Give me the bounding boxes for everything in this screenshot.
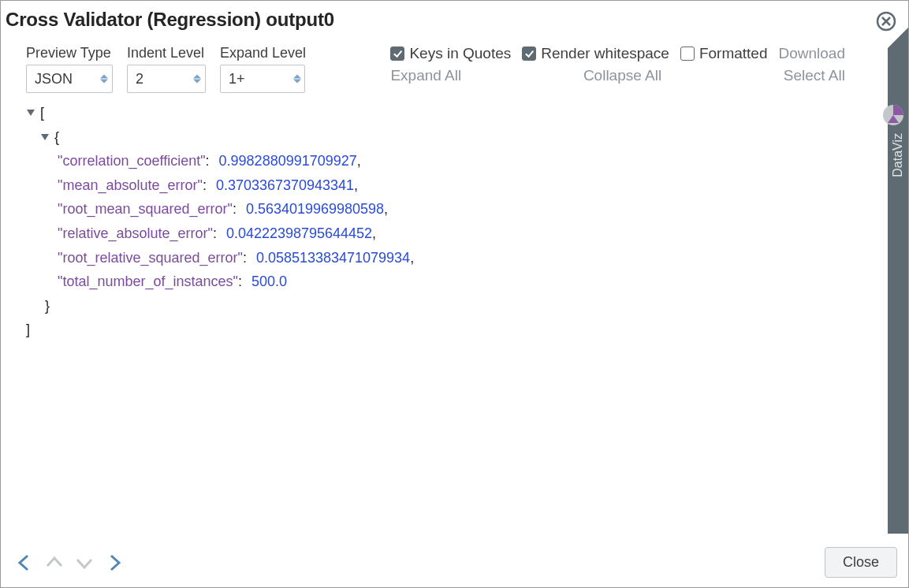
download-link[interactable]: Download: [779, 45, 846, 62]
json-open-brace: {: [54, 125, 59, 150]
json-entry: "total_number_of_instances": 500.0: [26, 270, 908, 294]
preview-type-select[interactable]: JSON: [26, 65, 113, 93]
json-entry: "mean_absolute_error": 0.370336737094334…: [26, 173, 908, 198]
json-entry: "relative_absolute_error": 0.04222398795…: [26, 221, 908, 246]
next-arrow-icon[interactable]: [102, 550, 127, 575]
close-button[interactable]: Close: [825, 547, 897, 578]
json-open-bracket: [: [40, 101, 44, 125]
chevron-down-icon[interactable]: [26, 109, 39, 117]
expand-all-link[interactable]: Expand All: [390, 67, 461, 84]
preview-type-label: Preview Type: [26, 45, 113, 61]
indent-level-select[interactable]: 2: [127, 65, 206, 93]
dialog-title: Cross Validator (Regression) output0: [6, 9, 334, 31]
toolbar: Preview Type JSON Indent Level 2 Expand …: [1, 37, 908, 99]
json-viewer[interactable]: [ { "correlation_coefficient": 0.9982880…: [1, 99, 908, 539]
json-entry: "root_relative_squared_error": 0.0585133…: [26, 246, 908, 270]
prev-arrow-icon[interactable]: [12, 550, 37, 575]
output-dialog: Cross Validator (Regression) output0 Pre…: [1, 1, 908, 587]
keys-in-quotes-checkbox[interactable]: Keys in Quotes: [390, 45, 511, 62]
json-entry: "correlation_coefficient": 0.99828809917…: [26, 149, 908, 173]
json-entry: "root_mean_squared_error": 0.56340199699…: [26, 197, 908, 221]
json-close-brace: }: [45, 294, 50, 318]
render-whitespace-checkbox[interactable]: Render whitespace: [522, 45, 669, 62]
dataviz-side-tab[interactable]: DataViz: [888, 48, 908, 534]
formatted-checkbox[interactable]: Formatted: [680, 45, 768, 62]
expand-level-select[interactable]: 1+: [220, 65, 305, 93]
indent-level-label: Indent Level: [127, 45, 206, 61]
dataviz-icon: [883, 105, 903, 125]
collapse-all-link[interactable]: Collapse All: [583, 67, 661, 84]
select-all-link[interactable]: Select All: [784, 67, 845, 84]
dataviz-label: DataViz: [891, 133, 905, 177]
down-arrow-icon: [72, 550, 97, 575]
expand-level-label: Expand Level: [220, 45, 306, 61]
dialog-footer: Close: [1, 539, 908, 587]
chevron-down-icon[interactable]: [40, 133, 53, 141]
up-arrow-icon: [42, 550, 67, 575]
json-close-bracket: ]: [26, 318, 30, 342]
